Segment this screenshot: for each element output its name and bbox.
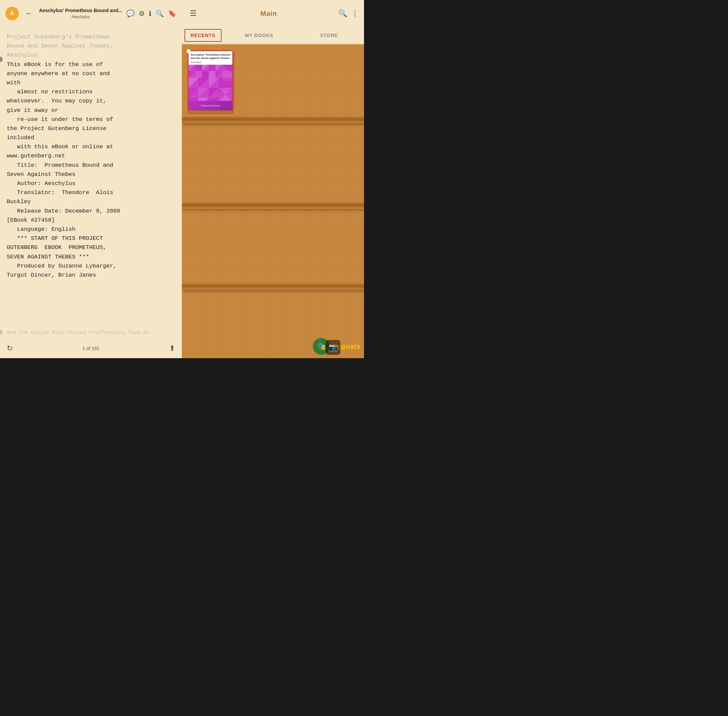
wood-grain — [182, 139, 364, 139]
wood-grain — [182, 213, 364, 213]
book-cover-top: Aeschylus' Prometheus Bound and the Seve… — [189, 51, 232, 65]
library-more-icon[interactable]: ⋮ — [351, 9, 359, 18]
reader-text-faded: Project Gutenberg's Prometheus Bound and… — [7, 32, 175, 60]
hamburger-button[interactable]: ☰ — [187, 8, 199, 19]
svg-marker-9 — [202, 71, 209, 77]
book-cover-bottom-text: Project Gutenberg — [201, 105, 220, 107]
book-cover-graphic — [189, 65, 232, 101]
tab-store[interactable]: STORE — [294, 27, 364, 44]
reader-bottom-bar: ↻ 1 of 191 ⬆ — [0, 338, 182, 358]
tabs-bar: RECENTS MY BOOKS STORE — [182, 27, 364, 44]
svg-marker-2 — [195, 65, 202, 71]
camera-button[interactable]: 📷 — [325, 340, 341, 355]
settings-icon[interactable]: ⚙ — [139, 9, 145, 18]
reader-panel: A ← Aeschylus' Prometheus Bound and... A… — [0, 0, 182, 358]
library-search-icon[interactable]: 🔍 — [338, 9, 347, 18]
library-top-icons: 🔍 ⋮ — [338, 9, 359, 18]
svg-marker-8 — [195, 71, 202, 77]
book-cover: Aeschylus' Prometheus Bound and the Seve… — [189, 51, 232, 110]
shelf-plank-2 — [182, 203, 364, 209]
upload-icon[interactable]: ⬆ — [169, 344, 175, 353]
svg-marker-4 — [209, 65, 215, 71]
wood-grain — [182, 125, 364, 126]
book-cover-title: Aeschylus' Prometheus Bound and the Seve… — [191, 53, 230, 60]
book-cover-author: Aeschylus — [191, 61, 230, 63]
book-item[interactable]: Aeschylus' Prometheus Bound and the Seve… — [189, 51, 232, 114]
book-info: Aeschylus' Prometheus Bound and... Aesch… — [39, 8, 122, 19]
reader-text-main: This eBook is for the use of anyone anyw… — [7, 60, 175, 280]
svg-marker-10 — [209, 71, 215, 77]
tab-recents[interactable]: RECENTS — [185, 29, 222, 42]
shelf-plank-1 — [182, 117, 364, 123]
wood-grain — [182, 152, 364, 153]
bookshelf-area: Aeschylus' Prometheus Bound and the Seve… — [182, 44, 364, 358]
library-panel: ☰ Main 🔍 ⋮ RECENTS MY BOOKS STORE — [182, 0, 364, 358]
book-title: Aeschylus' Prometheus Bound and... — [39, 8, 122, 14]
wood-grain — [182, 240, 364, 240]
wood-grain — [182, 253, 364, 254]
bookmark-icon[interactable]: 🔖 — [168, 9, 176, 18]
reader-content: Project Gutenberg's Prometheus Bound and… — [0, 27, 182, 338]
tab-mybooks[interactable]: MY BOOKS — [224, 27, 294, 44]
refresh-icon[interactable]: ↻ — [7, 344, 13, 353]
info-icon[interactable]: ℹ — [149, 9, 151, 18]
watermark-icon: 🎭 — [317, 342, 326, 351]
wood-grain — [182, 226, 364, 227]
wood-grain — [182, 267, 364, 267]
reader-top-icons: 💬 ⚙ ℹ 🔍 🔖 — [126, 9, 176, 18]
reader-top-bar: A ← Aeschylus' Prometheus Bound and... A… — [0, 0, 182, 27]
wood-grain — [182, 166, 364, 166]
library-top-bar: ☰ Main 🔍 ⋮ — [182, 0, 364, 27]
avatar: A — [5, 7, 19, 20]
book-author: Aeschylus — [71, 15, 90, 19]
search-icon[interactable]: 🔍 — [156, 9, 164, 18]
reader-bottom-faded-text: and the Online Distributed Proofreading … — [7, 329, 149, 337]
library-title: Main — [202, 10, 335, 18]
page-info: 1 of 191 — [83, 346, 100, 351]
wood-grain — [182, 179, 364, 180]
shelf-plank-3 — [182, 284, 364, 290]
back-button[interactable]: ← — [23, 8, 35, 20]
speech-icon[interactable]: 💬 — [126, 9, 135, 18]
book-dot — [186, 49, 191, 53]
book-cover-bottom: Project Gutenberg — [189, 101, 232, 110]
reader-bottom-overlay: and the Online Distributed Proofreading … — [0, 321, 182, 338]
